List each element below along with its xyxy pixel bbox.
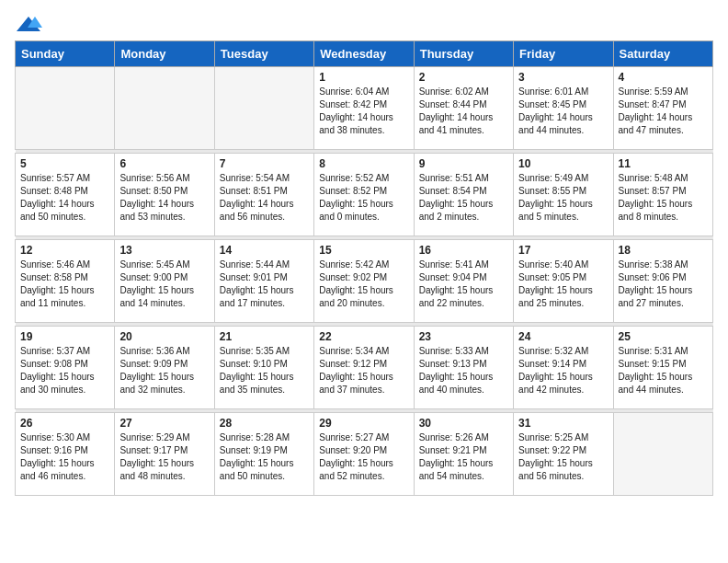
calendar-week-row: 26Sunrise: 5:30 AM Sunset: 9:16 PM Dayli… bbox=[16, 413, 713, 496]
cell-info: Sunrise: 6:04 AM Sunset: 8:42 PM Dayligh… bbox=[319, 86, 408, 137]
weekday-header-row: SundayMondayTuesdayWednesdayThursdayFrid… bbox=[16, 41, 713, 67]
cell-info: Sunrise: 5:40 AM Sunset: 9:05 PM Dayligh… bbox=[518, 259, 608, 310]
calendar-cell: 26Sunrise: 5:30 AM Sunset: 9:16 PM Dayli… bbox=[16, 413, 115, 496]
cell-info: Sunrise: 5:51 AM Sunset: 8:54 PM Dayligh… bbox=[419, 172, 508, 224]
cell-info: Sunrise: 5:30 AM Sunset: 9:16 PM Dayligh… bbox=[20, 431, 109, 483]
day-number: 8 bbox=[319, 157, 408, 170]
weekday-header: Friday bbox=[514, 41, 613, 67]
weekday-header: Sunday bbox=[16, 41, 115, 67]
day-number: 15 bbox=[319, 244, 408, 257]
weekday-header: Monday bbox=[115, 41, 214, 67]
calendar-cell: 28Sunrise: 5:28 AM Sunset: 9:19 PM Dayli… bbox=[214, 413, 313, 496]
day-number: 19 bbox=[20, 330, 109, 343]
calendar-cell: 27Sunrise: 5:29 AM Sunset: 9:17 PM Dayli… bbox=[115, 413, 214, 496]
day-number: 23 bbox=[419, 330, 508, 343]
cell-info: Sunrise: 5:34 AM Sunset: 9:12 PM Dayligh… bbox=[319, 345, 408, 396]
cell-info: Sunrise: 5:57 AM Sunset: 8:48 PM Dayligh… bbox=[20, 172, 109, 224]
calendar-cell: 10Sunrise: 5:49 AM Sunset: 8:55 PM Dayli… bbox=[514, 154, 613, 236]
day-number: 9 bbox=[419, 157, 508, 170]
calendar-cell: 18Sunrise: 5:38 AM Sunset: 9:06 PM Dayli… bbox=[613, 240, 712, 323]
day-number: 14 bbox=[220, 244, 309, 257]
day-number: 4 bbox=[619, 71, 708, 84]
day-number: 6 bbox=[119, 157, 209, 170]
calendar-cell: 20Sunrise: 5:36 AM Sunset: 9:09 PM Dayli… bbox=[115, 327, 214, 409]
day-number: 1 bbox=[319, 71, 408, 84]
calendar-cell: 12Sunrise: 5:46 AM Sunset: 8:58 PM Dayli… bbox=[16, 240, 115, 323]
calendar-cell: 2Sunrise: 6:02 AM Sunset: 8:44 PM Daylig… bbox=[414, 67, 513, 150]
day-number: 7 bbox=[220, 157, 309, 170]
calendar-cell: 14Sunrise: 5:44 AM Sunset: 9:01 PM Dayli… bbox=[214, 240, 313, 323]
calendar-cell: 8Sunrise: 5:52 AM Sunset: 8:52 PM Daylig… bbox=[314, 154, 414, 236]
cell-info: Sunrise: 5:29 AM Sunset: 9:17 PM Dayligh… bbox=[119, 431, 209, 483]
calendar-cell: 4Sunrise: 5:59 AM Sunset: 8:47 PM Daylig… bbox=[613, 67, 712, 150]
day-number: 22 bbox=[319, 330, 408, 343]
day-number: 17 bbox=[518, 244, 608, 257]
cell-info: Sunrise: 5:31 AM Sunset: 9:15 PM Dayligh… bbox=[619, 345, 708, 396]
day-number: 13 bbox=[119, 244, 209, 257]
cell-info: Sunrise: 5:42 AM Sunset: 9:02 PM Dayligh… bbox=[319, 259, 408, 310]
day-number: 11 bbox=[619, 157, 708, 170]
weekday-header: Thursday bbox=[414, 41, 513, 67]
day-number: 3 bbox=[518, 71, 608, 84]
calendar-cell bbox=[613, 413, 712, 496]
day-number: 24 bbox=[518, 330, 608, 343]
cell-info: Sunrise: 5:56 AM Sunset: 8:50 PM Dayligh… bbox=[119, 172, 209, 224]
cell-info: Sunrise: 5:48 AM Sunset: 8:57 PM Dayligh… bbox=[619, 172, 708, 224]
calendar-cell bbox=[115, 67, 214, 150]
calendar-cell: 22Sunrise: 5:34 AM Sunset: 9:12 PM Dayli… bbox=[314, 327, 414, 409]
cell-info: Sunrise: 5:33 AM Sunset: 9:13 PM Dayligh… bbox=[419, 345, 508, 396]
calendar-cell: 7Sunrise: 5:54 AM Sunset: 8:51 PM Daylig… bbox=[214, 154, 313, 236]
day-number: 12 bbox=[20, 244, 109, 257]
cell-info: Sunrise: 5:28 AM Sunset: 9:19 PM Dayligh… bbox=[220, 431, 309, 483]
day-number: 21 bbox=[220, 330, 309, 343]
calendar: SundayMondayTuesdayWednesdayThursdayFrid… bbox=[15, 40, 713, 496]
cell-info: Sunrise: 5:59 AM Sunset: 8:47 PM Dayligh… bbox=[619, 86, 708, 137]
calendar-cell bbox=[214, 67, 313, 150]
day-number: 10 bbox=[518, 157, 608, 170]
calendar-cell: 31Sunrise: 5:25 AM Sunset: 9:22 PM Dayli… bbox=[514, 413, 613, 496]
cell-info: Sunrise: 5:36 AM Sunset: 9:09 PM Dayligh… bbox=[119, 345, 209, 396]
calendar-cell bbox=[16, 67, 115, 150]
cell-info: Sunrise: 5:49 AM Sunset: 8:55 PM Dayligh… bbox=[518, 172, 608, 224]
cell-info: Sunrise: 5:35 AM Sunset: 9:10 PM Dayligh… bbox=[220, 345, 309, 396]
calendar-cell: 9Sunrise: 5:51 AM Sunset: 8:54 PM Daylig… bbox=[414, 154, 513, 236]
day-number: 18 bbox=[619, 244, 708, 257]
day-number: 2 bbox=[419, 71, 508, 84]
calendar-cell: 17Sunrise: 5:40 AM Sunset: 9:05 PM Dayli… bbox=[514, 240, 613, 323]
day-number: 25 bbox=[619, 330, 708, 343]
day-number: 31 bbox=[518, 417, 608, 430]
cell-info: Sunrise: 5:38 AM Sunset: 9:06 PM Dayligh… bbox=[619, 259, 708, 310]
calendar-cell: 30Sunrise: 5:26 AM Sunset: 9:21 PM Dayli… bbox=[414, 413, 513, 496]
day-number: 5 bbox=[20, 157, 109, 170]
day-number: 29 bbox=[319, 417, 408, 430]
calendar-cell: 5Sunrise: 5:57 AM Sunset: 8:48 PM Daylig… bbox=[16, 154, 115, 236]
calendar-cell: 21Sunrise: 5:35 AM Sunset: 9:10 PM Dayli… bbox=[214, 327, 313, 409]
logo-icon bbox=[15, 15, 42, 33]
calendar-cell: 11Sunrise: 5:48 AM Sunset: 8:57 PM Dayli… bbox=[613, 154, 712, 236]
day-number: 16 bbox=[419, 244, 508, 257]
calendar-week-row: 19Sunrise: 5:37 AM Sunset: 9:08 PM Dayli… bbox=[16, 327, 713, 409]
cell-info: Sunrise: 5:32 AM Sunset: 9:14 PM Dayligh… bbox=[518, 345, 608, 396]
cell-info: Sunrise: 5:44 AM Sunset: 9:01 PM Dayligh… bbox=[220, 259, 309, 310]
calendar-cell: 3Sunrise: 6:01 AM Sunset: 8:45 PM Daylig… bbox=[514, 67, 613, 150]
day-number: 26 bbox=[20, 417, 109, 430]
calendar-cell: 16Sunrise: 5:41 AM Sunset: 9:04 PM Dayli… bbox=[414, 240, 513, 323]
calendar-cell: 13Sunrise: 5:45 AM Sunset: 9:00 PM Dayli… bbox=[115, 240, 214, 323]
cell-info: Sunrise: 5:25 AM Sunset: 9:22 PM Dayligh… bbox=[518, 431, 608, 483]
cell-info: Sunrise: 5:52 AM Sunset: 8:52 PM Dayligh… bbox=[319, 172, 408, 224]
cell-info: Sunrise: 5:45 AM Sunset: 9:00 PM Dayligh… bbox=[119, 259, 209, 310]
calendar-week-row: 12Sunrise: 5:46 AM Sunset: 8:58 PM Dayli… bbox=[16, 240, 713, 323]
cell-info: Sunrise: 5:37 AM Sunset: 9:08 PM Dayligh… bbox=[20, 345, 109, 396]
page-header bbox=[15, 15, 713, 33]
calendar-week-row: 5Sunrise: 5:57 AM Sunset: 8:48 PM Daylig… bbox=[16, 154, 713, 236]
calendar-cell: 23Sunrise: 5:33 AM Sunset: 9:13 PM Dayli… bbox=[414, 327, 513, 409]
day-number: 27 bbox=[119, 417, 209, 430]
cell-info: Sunrise: 5:54 AM Sunset: 8:51 PM Dayligh… bbox=[220, 172, 309, 224]
calendar-cell: 25Sunrise: 5:31 AM Sunset: 9:15 PM Dayli… bbox=[613, 327, 712, 409]
day-number: 20 bbox=[119, 330, 209, 343]
weekday-header: Saturday bbox=[613, 41, 712, 67]
cell-info: Sunrise: 5:27 AM Sunset: 9:20 PM Dayligh… bbox=[319, 431, 408, 483]
calendar-cell: 6Sunrise: 5:56 AM Sunset: 8:50 PM Daylig… bbox=[115, 154, 214, 236]
logo bbox=[15, 15, 42, 33]
calendar-cell: 24Sunrise: 5:32 AM Sunset: 9:14 PM Dayli… bbox=[514, 327, 613, 409]
